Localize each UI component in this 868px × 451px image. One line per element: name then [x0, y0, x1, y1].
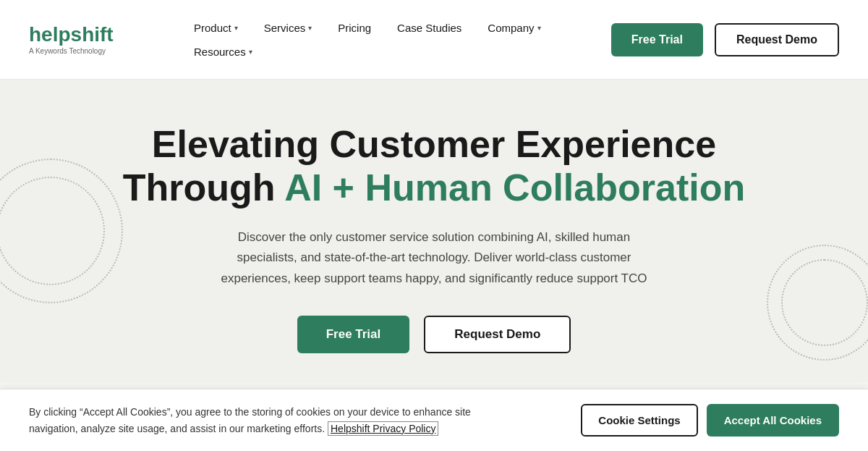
cookie-actions: Cookie Settings Accept All Cookies — [581, 404, 839, 437]
nav-row-1: Product ▾ Services ▾ Pricing Case Studie… — [181, 17, 611, 41]
nav-item-case-studies[interactable]: Case Studies — [384, 17, 475, 38]
logo-tagline: A Keywords Technology — [29, 47, 137, 55]
logo-shift: shift — [71, 23, 114, 46]
accept-all-cookies-button[interactable]: Accept All Cookies — [707, 404, 839, 437]
cookie-banner: By clicking “Accept All Cookies”, you ag… — [0, 389, 868, 451]
nav-links: Product ▾ Services ▾ Pricing Case Studie… — [181, 17, 611, 62]
cookie-text: By clicking “Accept All Cookies”, you ag… — [29, 404, 521, 437]
logo-help: help — [29, 23, 71, 46]
decorative-circle-right — [767, 245, 868, 361]
hero-subtitle: Discover the only customer service solut… — [210, 227, 658, 290]
logo-text: helpshift — [29, 25, 137, 45]
hero-free-trial-button[interactable]: Free Trial — [297, 316, 410, 353]
hero-title-highlight: AI + Human Collaboration — [284, 167, 745, 208]
cookie-privacy-link[interactable]: Helpshift Privacy Policy — [328, 421, 439, 436]
navbar: helpshift A Keywords Technology Product … — [0, 0, 868, 80]
nav-free-trial-button[interactable]: Free Trial — [611, 23, 703, 56]
nav-item-resources[interactable]: Resources ▾ — [181, 41, 265, 62]
nav-item-pricing[interactable]: Pricing — [325, 17, 384, 38]
nav-item-product[interactable]: Product ▾ — [181, 17, 251, 38]
chevron-down-icon: ▾ — [537, 24, 541, 32]
logo[interactable]: helpshift A Keywords Technology — [29, 25, 137, 55]
nav-actions: Free Trial Request Demo — [611, 23, 839, 56]
hero-section: Elevating Customer Experience Through AI… — [0, 80, 868, 382]
nav-row-2: Resources ▾ — [181, 41, 611, 62]
chevron-down-icon: ▾ — [234, 24, 238, 32]
decorative-circle-left — [0, 159, 123, 303]
nav-request-demo-button[interactable]: Request Demo — [715, 23, 839, 56]
hero-request-demo-button[interactable]: Request Demo — [424, 316, 571, 353]
nav-item-services[interactable]: Services ▾ — [251, 17, 326, 38]
cookie-settings-button[interactable]: Cookie Settings — [581, 404, 697, 437]
nav-item-company[interactable]: Company ▾ — [475, 17, 553, 38]
chevron-down-icon: ▾ — [308, 24, 312, 32]
hero-title: Elevating Customer Experience Through AI… — [123, 123, 745, 210]
chevron-down-icon: ▾ — [249, 48, 252, 56]
hero-actions: Free Trial Request Demo — [297, 316, 571, 353]
